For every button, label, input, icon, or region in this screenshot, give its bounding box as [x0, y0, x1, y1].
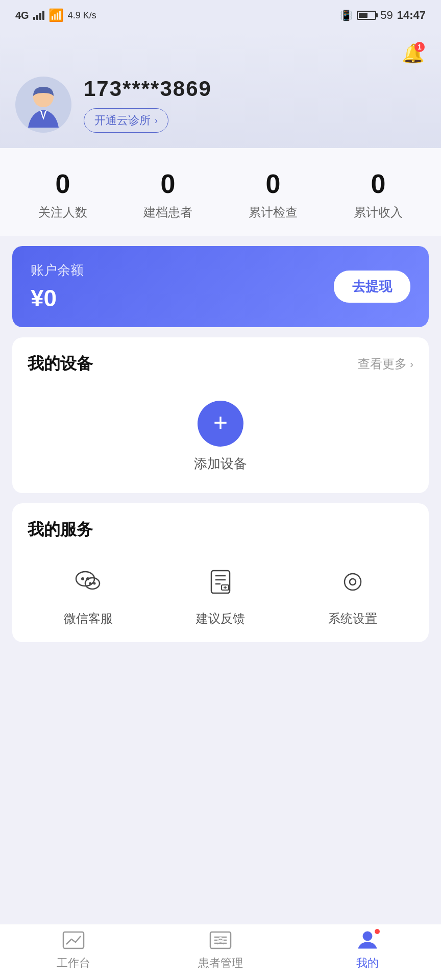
stat-checks-label: 累计检查	[249, 204, 298, 220]
open-clinic-button[interactable]: 开通云诊所 ›	[84, 108, 168, 133]
svg-point-22	[363, 932, 372, 941]
stat-followers-label: 关注人数	[38, 204, 87, 220]
svg-point-2	[81, 577, 84, 580]
stat-income-label: 累计收入	[354, 204, 403, 220]
service-feedback-label: 建议反馈	[196, 610, 245, 627]
withdraw-button[interactable]: 去提现	[334, 271, 410, 303]
header-section: 🔔 1 173****3869 开通云诊所 ›	[0, 31, 441, 148]
chevron-right-icon: ›	[410, 358, 413, 370]
vibrate-icon: 📳	[340, 9, 353, 21]
svg-point-21	[217, 937, 224, 943]
stat-followers: 0 关注人数	[38, 168, 87, 220]
mine-notification-dot	[374, 928, 381, 935]
stat-followers-value: 0	[56, 168, 70, 199]
service-settings-label: 系统设置	[328, 610, 377, 627]
stat-income: 0 累计收入	[354, 168, 403, 220]
service-feedback[interactable]: 建议反馈	[160, 561, 282, 627]
wechat-icon	[68, 561, 109, 602]
add-device-label: 添加设备	[194, 455, 247, 473]
devices-section: 我的设备 查看更多 › + 添加设备	[12, 337, 429, 493]
plus-icon: +	[213, 410, 228, 435]
stat-patients-value: 0	[161, 168, 176, 199]
battery-icon	[357, 11, 376, 20]
mine-icon	[354, 929, 381, 951]
svg-point-5	[89, 582, 92, 585]
status-bar: 4G 📶 4.9 K/s 📳 59 14:47	[0, 0, 441, 31]
add-device-button[interactable]: +	[198, 401, 243, 447]
see-more-label: 查看更多	[358, 356, 407, 372]
stats-section: 0 关注人数 0 建档患者 0 累计检查 0 累计收入	[0, 148, 441, 236]
nav-mine-label: 我的	[356, 955, 379, 971]
nav-workbench[interactable]: 工作台	[0, 929, 147, 971]
profile-section: 173****3869 开通云诊所 ›	[15, 77, 426, 133]
services-section: 我的服务 微信客服	[12, 503, 429, 642]
feedback-icon	[200, 561, 241, 602]
svg-point-14	[345, 574, 361, 590]
balance-info: 账户余额 ¥0	[31, 261, 84, 312]
notification-bell[interactable]: 🔔 1	[400, 41, 426, 66]
svg-point-15	[350, 579, 356, 585]
patients-icon	[207, 929, 234, 951]
nav-workbench-label: 工作台	[57, 955, 90, 971]
notification-badge: 1	[414, 42, 425, 52]
clinic-btn-arrow-icon: ›	[155, 115, 158, 126]
service-wechat[interactable]: 微信客服	[28, 561, 150, 627]
wifi-icon: 📶	[48, 8, 64, 22]
svg-point-6	[93, 582, 96, 585]
devices-header: 我的设备 查看更多 ›	[28, 353, 413, 375]
stat-patients: 0 建档患者	[143, 168, 192, 220]
service-wechat-label: 微信客服	[64, 610, 113, 627]
profile-info: 173****3869 开通云诊所 ›	[84, 77, 212, 133]
balance-amount: ¥0	[31, 284, 84, 312]
services-grid: 微信客服 建议反馈	[28, 556, 413, 627]
balance-card: 账户余额 ¥0 去提现	[12, 246, 429, 327]
devices-title: 我的设备	[28, 353, 93, 375]
nav-patients[interactable]: 患者管理	[147, 929, 294, 971]
time-label: 14:47	[397, 9, 426, 22]
settings-icon	[332, 561, 373, 602]
status-right: 📳 59 14:47	[340, 9, 426, 22]
signal-label: 4G	[15, 10, 29, 21]
bottom-nav: 工作台 患者管理 我的	[0, 924, 441, 980]
service-settings[interactable]: 系统设置	[291, 561, 413, 627]
avatar	[15, 77, 71, 133]
workbench-icon	[60, 929, 87, 951]
status-left: 4G 📶 4.9 K/s	[15, 8, 96, 22]
main-content: 账户余额 ¥0 去提现 我的设备 查看更多 › + 添加设备 我的服务	[0, 236, 441, 980]
signal-icon	[33, 11, 44, 20]
person-wrapper	[355, 929, 380, 951]
nav-mine[interactable]: 我的	[294, 929, 441, 971]
battery-label: 59	[380, 9, 393, 22]
stat-patients-label: 建档患者	[143, 204, 192, 220]
phone-number: 173****3869	[84, 77, 212, 101]
stat-checks: 0 累计检查	[249, 168, 298, 220]
stat-income-value: 0	[371, 168, 386, 199]
add-device-area: + 添加设备	[28, 390, 413, 478]
services-header: 我的服务	[28, 519, 413, 541]
nav-patients-label: 患者管理	[198, 955, 243, 971]
see-more-devices[interactable]: 查看更多 ›	[358, 356, 413, 372]
speed-label: 4.9 K/s	[68, 10, 96, 21]
stat-checks-value: 0	[266, 168, 281, 199]
notification-area: 🔔 1	[15, 41, 426, 66]
services-title: 我的服务	[28, 519, 93, 541]
balance-label: 账户余额	[31, 261, 84, 279]
